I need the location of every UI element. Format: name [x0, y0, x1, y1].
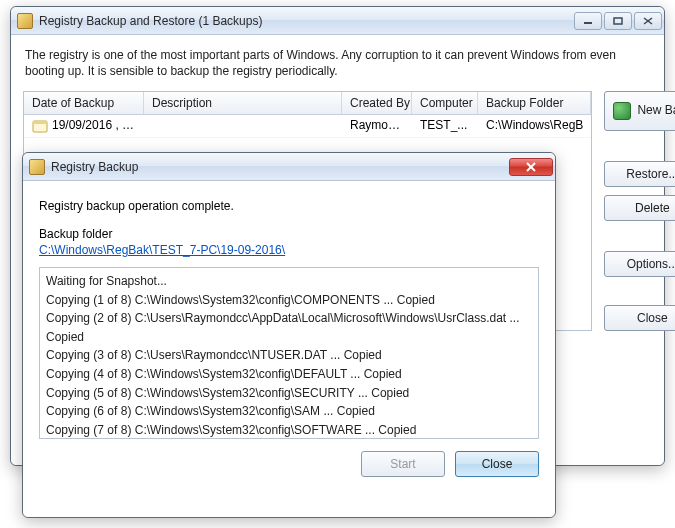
- start-button: Start: [361, 451, 445, 477]
- log-line: Copying (6 of 8) C:\Windows\System32\con…: [46, 402, 532, 421]
- log-output[interactable]: Waiting for Snapshot...Copying (1 of 8) …: [39, 267, 539, 439]
- app-icon: [17, 13, 33, 29]
- table-header: Date of Backup Description Created By Co…: [24, 92, 591, 115]
- backup-row-icon: [32, 118, 48, 134]
- new-backup-icon: [613, 102, 631, 120]
- close-icon: [643, 17, 653, 25]
- maximize-icon: [613, 17, 623, 25]
- table-row[interactable]: 19/09/2016 , 22:33 Raymon... TEST_... C:…: [24, 115, 591, 138]
- main-title: Registry Backup and Restore (1 Backups): [39, 14, 566, 28]
- col-by[interactable]: Created By: [342, 92, 412, 114]
- log-line: Copying (4 of 8) C:\Windows\System32\con…: [46, 365, 532, 384]
- main-titlebar[interactable]: Registry Backup and Restore (1 Backups): [11, 7, 664, 35]
- log-line: Copying (5 of 8) C:\Windows\System32\con…: [46, 384, 532, 403]
- minimize-button[interactable]: [574, 12, 602, 30]
- operation-message: Registry backup operation complete.: [39, 199, 539, 213]
- modal-close-x[interactable]: [509, 158, 553, 176]
- log-line: Copying (7 of 8) C:\Windows\System32\con…: [46, 421, 532, 439]
- cell-by: Raymon...: [342, 115, 412, 137]
- options-button[interactable]: Options...: [604, 251, 675, 277]
- col-folder[interactable]: Backup Folder: [478, 92, 591, 114]
- folder-label: Backup folder: [39, 227, 539, 241]
- delete-button[interactable]: Delete: [604, 195, 675, 221]
- log-line: Copying (3 of 8) C:\Users\Raymondcc\NTUS…: [46, 346, 532, 365]
- modal-titlebar[interactable]: Registry Backup: [23, 153, 555, 181]
- col-comp[interactable]: Computer: [412, 92, 478, 114]
- modal-dialog: Registry Backup Registry backup operatio…: [22, 152, 556, 518]
- backup-folder-link[interactable]: C:\Windows\RegBak\TEST_7-PC\19-09-2016\: [39, 243, 285, 257]
- log-line: Copying (1 of 8) C:\Windows\System32\con…: [46, 291, 532, 310]
- modal-title: Registry Backup: [51, 160, 501, 174]
- action-sidebar: New Backup... Restore... Delete Options.…: [604, 91, 675, 331]
- close-window-button[interactable]: [634, 12, 662, 30]
- maximize-button[interactable]: [604, 12, 632, 30]
- minimize-icon: [583, 17, 593, 25]
- main-close-button[interactable]: Close: [604, 305, 675, 331]
- cell-folder: C:\Windows\RegB: [478, 115, 591, 137]
- log-line: Copying (2 of 8) C:\Users\Raymondcc\AppD…: [46, 309, 532, 346]
- svg-rect-1: [614, 18, 622, 24]
- cell-desc: [144, 115, 342, 137]
- cell-comp: TEST_...: [412, 115, 478, 137]
- new-backup-button[interactable]: New Backup...: [604, 91, 675, 131]
- cell-date: 19/09/2016 , 22:33: [52, 119, 144, 133]
- modal-close-button[interactable]: Close: [455, 451, 539, 477]
- new-backup-label: New Backup...: [637, 104, 675, 118]
- app-icon: [29, 159, 45, 175]
- close-icon: [525, 162, 537, 172]
- col-date[interactable]: Date of Backup: [24, 92, 144, 114]
- restore-button[interactable]: Restore...: [604, 161, 675, 187]
- log-line: Waiting for Snapshot...: [46, 272, 532, 291]
- svg-rect-5: [33, 121, 47, 124]
- col-desc[interactable]: Description: [144, 92, 342, 114]
- intro-text: The registry is one of the most importan…: [25, 47, 650, 79]
